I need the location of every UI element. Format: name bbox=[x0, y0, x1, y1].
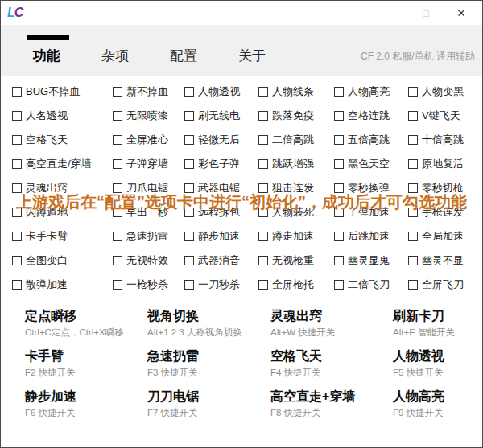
feature-checkbox-item[interactable]: 跳跃增强 bbox=[258, 157, 334, 171]
checkbox-icon[interactable] bbox=[408, 256, 418, 265]
checkbox-icon[interactable] bbox=[408, 111, 418, 121]
feature-checkbox-item[interactable]: 静步加速 bbox=[184, 229, 258, 244]
feature-checkbox-item[interactable]: 幽灵显鬼 bbox=[334, 253, 408, 268]
checkbox-icon[interactable] bbox=[113, 280, 122, 290]
feature-checkbox-item[interactable]: 无视枪重 bbox=[258, 253, 334, 268]
checkbox-icon[interactable] bbox=[12, 232, 22, 241]
checkbox-icon[interactable] bbox=[408, 280, 418, 290]
checkbox-icon[interactable] bbox=[408, 159, 418, 169]
checkbox-icon[interactable] bbox=[113, 111, 122, 121]
checkbox-icon[interactable] bbox=[113, 87, 122, 97]
checkbox-icon[interactable] bbox=[113, 232, 122, 241]
feature-label: 二倍飞刀 bbox=[348, 277, 390, 292]
checkbox-icon[interactable] bbox=[334, 232, 344, 241]
feature-checkbox-item[interactable]: 无限喷漆 bbox=[113, 109, 184, 123]
feature-checkbox-item[interactable]: 急速扔雷 bbox=[113, 229, 184, 244]
hotkey-desc: F3 快捷开关 bbox=[147, 367, 270, 379]
hotkey-title: 定点瞬移 bbox=[25, 308, 147, 324]
checkbox-icon[interactable] bbox=[113, 135, 122, 145]
checkbox-icon[interactable] bbox=[258, 280, 268, 290]
checkbox-icon[interactable] bbox=[184, 111, 194, 121]
feature-checkbox-item[interactable]: 黑色天空 bbox=[334, 157, 408, 171]
feature-checkbox-item[interactable]: 散弹加速 bbox=[12, 277, 113, 292]
feature-checkbox-item[interactable]: V键飞天 bbox=[408, 109, 482, 123]
checkbox-icon[interactable] bbox=[184, 256, 194, 265]
feature-checkbox-item[interactable]: 人物高亮 bbox=[334, 84, 408, 99]
checkbox-icon[interactable] bbox=[258, 135, 268, 145]
feature-checkbox-item[interactable]: 高空直走/穿墙 bbox=[12, 157, 113, 171]
checkbox-icon[interactable] bbox=[258, 232, 268, 241]
maximize-button[interactable]: □ bbox=[408, 1, 444, 25]
feature-checkbox-item[interactable]: 五倍高跳 bbox=[334, 133, 408, 147]
feature-checkbox-item[interactable]: 一枪秒杀 bbox=[113, 277, 184, 292]
feature-checkbox-item[interactable]: 空格飞天 bbox=[12, 133, 113, 147]
hotkey-desc: Alt+W 快捷开关 bbox=[270, 327, 393, 339]
minimize-button[interactable]: — bbox=[373, 1, 408, 25]
feature-checkbox-item[interactable]: 全局加速 bbox=[408, 229, 482, 244]
checkbox-icon[interactable] bbox=[408, 87, 418, 97]
tab-about[interactable]: 关于 bbox=[238, 47, 266, 65]
feature-checkbox-item[interactable]: 彩色子弹 bbox=[184, 157, 258, 171]
feature-label: 子弹穿墙 bbox=[126, 157, 168, 171]
checkbox-icon[interactable] bbox=[12, 280, 22, 290]
checkbox-icon[interactable] bbox=[334, 159, 344, 169]
tab-config[interactable]: 配置 bbox=[170, 47, 197, 65]
feature-checkbox-item[interactable]: 无视特效 bbox=[113, 253, 184, 268]
checkbox-icon[interactable] bbox=[258, 159, 268, 169]
feature-checkbox-item[interactable]: 二倍高跳 bbox=[258, 133, 334, 147]
feature-checkbox-item[interactable]: 全屏飞刀 bbox=[408, 277, 482, 292]
checkbox-icon[interactable] bbox=[113, 159, 122, 169]
checkbox-icon[interactable] bbox=[184, 159, 194, 169]
checkbox-icon[interactable] bbox=[12, 256, 22, 265]
feature-checkbox-item[interactable]: 卡手卡臂 bbox=[12, 229, 113, 244]
feature-checkbox-item[interactable]: 人物变黑 bbox=[408, 84, 482, 99]
checkbox-icon[interactable] bbox=[113, 256, 122, 265]
feature-checkbox-item[interactable]: 后跳加速 bbox=[334, 229, 408, 244]
window-controls: — □ ✕ bbox=[373, 1, 479, 25]
checkbox-icon[interactable] bbox=[408, 135, 418, 145]
checkbox-icon[interactable] bbox=[334, 135, 344, 145]
feature-checkbox-item[interactable]: 一刀秒杀 bbox=[184, 277, 258, 292]
hotkey-title: 空格飞天 bbox=[270, 348, 393, 364]
feature-checkbox-item[interactable]: 空格连跳 bbox=[334, 109, 408, 123]
feature-checkbox-item[interactable]: 十倍高跳 bbox=[408, 133, 482, 147]
feature-checkbox-item[interactable]: 全屏枪托 bbox=[258, 277, 334, 292]
feature-checkbox-item[interactable]: 子弹穿墙 bbox=[113, 157, 184, 171]
feature-checkbox-item[interactable]: 人物透视 bbox=[184, 84, 258, 99]
checkbox-icon[interactable] bbox=[334, 280, 344, 290]
checkbox-icon[interactable] bbox=[12, 159, 22, 169]
feature-checkbox-item[interactable]: 跌落免疫 bbox=[258, 109, 334, 123]
close-button[interactable]: ✕ bbox=[444, 1, 479, 25]
feature-checkbox-item[interactable]: 人名透视 bbox=[12, 109, 113, 123]
checkbox-icon[interactable] bbox=[258, 87, 268, 97]
checkbox-icon[interactable] bbox=[258, 256, 268, 265]
feature-checkbox-item[interactable]: 新不掉血 bbox=[113, 84, 184, 99]
checkbox-icon[interactable] bbox=[12, 135, 22, 145]
feature-checkbox-item[interactable]: 二倍飞刀 bbox=[334, 277, 408, 292]
checkbox-icon[interactable] bbox=[184, 135, 194, 145]
feature-checkbox-item[interactable]: BUG不掉血 bbox=[12, 84, 113, 99]
feature-checkbox-item[interactable]: 轻微无后 bbox=[184, 133, 258, 147]
feature-checkbox-item[interactable]: 武器消音 bbox=[184, 253, 258, 268]
checkbox-icon[interactable] bbox=[334, 111, 344, 121]
tab-misc[interactable]: 杂项 bbox=[101, 47, 129, 65]
feature-checkbox-item[interactable]: 原地复活 bbox=[408, 157, 482, 171]
checkbox-icon[interactable] bbox=[334, 256, 344, 265]
checkbox-icon[interactable] bbox=[184, 232, 194, 241]
checkbox-icon[interactable] bbox=[184, 87, 194, 97]
tab-features[interactable]: 功能 bbox=[33, 47, 60, 65]
checkbox-icon[interactable] bbox=[258, 111, 268, 121]
app-subtitle: CF 2.0 私服/单机 通用辅助 bbox=[361, 50, 475, 64]
feature-checkbox-item[interactable]: 蹲走加速 bbox=[258, 229, 334, 244]
checkbox-icon[interactable] bbox=[12, 111, 22, 121]
checkbox-icon[interactable] bbox=[408, 232, 418, 241]
checkbox-icon[interactable] bbox=[334, 87, 344, 97]
feature-checkbox-item[interactable]: 全图变白 bbox=[12, 253, 113, 268]
feature-checkbox-item[interactable]: 幽灵不显 bbox=[408, 253, 482, 268]
feature-label: 全屏准心 bbox=[126, 133, 168, 147]
feature-checkbox-item[interactable]: 刷无线电 bbox=[184, 109, 258, 123]
checkbox-icon[interactable] bbox=[184, 280, 194, 290]
checkbox-icon[interactable] bbox=[12, 87, 22, 97]
feature-checkbox-item[interactable]: 全屏准心 bbox=[113, 133, 184, 147]
feature-checkbox-item[interactable]: 人物线条 bbox=[258, 84, 334, 99]
